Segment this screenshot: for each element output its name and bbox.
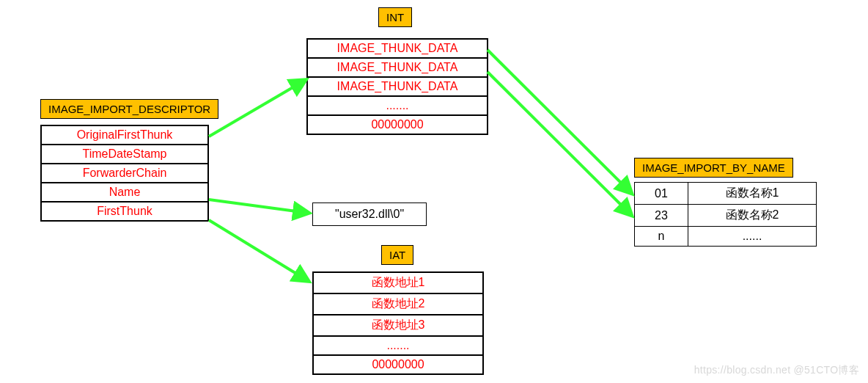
table-row: IMAGE_THUNK_DATA <box>307 39 488 58</box>
ibn-name-1: 函数名称2 <box>688 205 817 227</box>
arrow-ft-iat <box>209 220 307 280</box>
table-row: 00000000 <box>307 115 488 134</box>
arrow-oft-int <box>209 81 304 136</box>
dll-name-box: "user32.dll\0" <box>312 203 427 226</box>
descriptor-row-4: FirstThunk <box>41 202 208 221</box>
ibn-name-2: ...... <box>688 227 817 247</box>
import-by-name-table: 01 函数名称1 23 函数名称2 n ...... <box>634 182 817 247</box>
iat-row-1: 函数地址2 <box>313 293 483 315</box>
table-row: IMAGE_THUNK_DATA <box>307 77 488 96</box>
iat-table: 函数地址1 函数地址2 函数地址3 ....... 00000000 <box>312 271 484 375</box>
table-row: 23 函数名称2 <box>635 205 817 227</box>
int-table: IMAGE_THUNK_DATA IMAGE_THUNK_DATA IMAGE_… <box>306 38 488 135</box>
int-row-0: IMAGE_THUNK_DATA <box>307 39 488 58</box>
table-row: 函数地址2 <box>313 293 483 315</box>
arrow-int0-ibn0 <box>488 50 630 192</box>
iat-row-4: 00000000 <box>313 355 483 374</box>
descriptor-title: IMAGE_IMPORT_DESCRIPTOR <box>40 99 218 119</box>
table-row: ....... <box>307 96 488 115</box>
table-row: ....... <box>313 336 483 355</box>
ibn-ord-1: 23 <box>635 205 688 227</box>
iat-row-2: 函数地址3 <box>313 315 483 336</box>
import-by-name-title: IMAGE_IMPORT_BY_NAME <box>634 158 793 178</box>
ibn-ord-2: n <box>635 227 688 247</box>
ibn-ord-0: 01 <box>635 183 688 205</box>
iat-row-0: 函数地址1 <box>313 272 483 293</box>
table-row: 函数地址1 <box>313 272 483 293</box>
table-row: Name <box>41 183 208 202</box>
iat-row-3: ....... <box>313 336 483 355</box>
descriptor-row-2: ForwarderChain <box>41 164 208 183</box>
descriptor-table: OriginalFirstThunk TimeDateStamp Forward… <box>40 125 209 222</box>
descriptor-row-0: OriginalFirstThunk <box>41 125 208 145</box>
arrow-name-dll <box>209 200 307 213</box>
descriptor-row-3: Name <box>41 183 208 202</box>
table-row: n ...... <box>635 227 817 247</box>
table-row: 00000000 <box>313 355 483 374</box>
table-row: 01 函数名称1 <box>635 183 817 205</box>
int-row-2: IMAGE_THUNK_DATA <box>307 77 488 96</box>
int-row-4: 00000000 <box>307 115 488 134</box>
ibn-name-0: 函数名称1 <box>688 183 817 205</box>
table-row: TimeDateStamp <box>41 145 208 164</box>
watermark-text: https://blog.csdn.net @51CTO博客 <box>694 364 859 377</box>
iat-title: IAT <box>381 245 413 265</box>
table-row: FirstThunk <box>41 202 208 221</box>
descriptor-row-1: TimeDateStamp <box>41 145 208 164</box>
table-row: IMAGE_THUNK_DATA <box>307 58 488 77</box>
int-title: INT <box>378 7 412 27</box>
table-row: OriginalFirstThunk <box>41 125 208 145</box>
int-row-1: IMAGE_THUNK_DATA <box>307 58 488 77</box>
table-row: 函数地址3 <box>313 315 483 336</box>
table-row: ForwarderChain <box>41 164 208 183</box>
arrow-int1-ibn1 <box>488 72 630 214</box>
int-row-3: ....... <box>307 96 488 115</box>
